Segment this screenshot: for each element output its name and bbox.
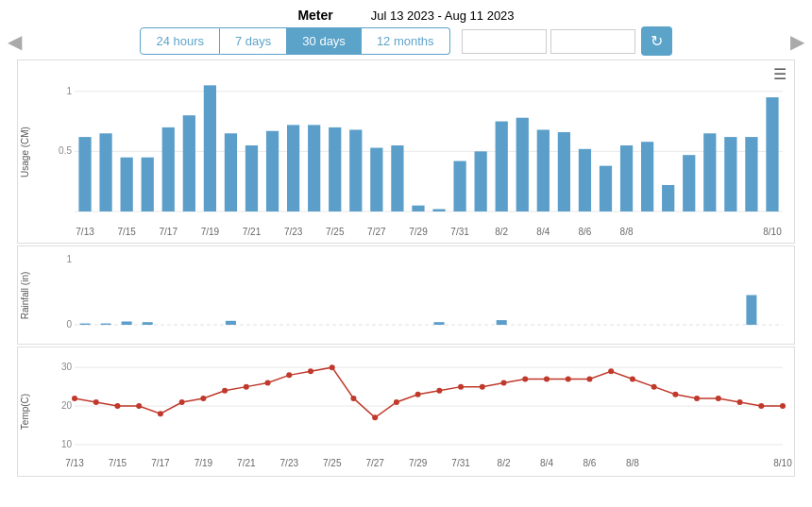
usage-canvas (51, 65, 797, 240)
date-from-input[interactable] (462, 29, 547, 54)
rainfall-canvas (51, 249, 797, 344)
usage-chart: ☰ Usage (CM) (17, 59, 795, 244)
tab-7d[interactable]: 7 days (220, 27, 287, 55)
tab-24h[interactable]: 24 hours (140, 27, 220, 55)
tab-30d[interactable]: 30 days (287, 27, 362, 55)
meter-label: Meter (297, 8, 332, 23)
date-to-input[interactable] (550, 29, 635, 54)
nav-left-button[interactable]: ◀ (8, 30, 22, 53)
date-range: Jul 13 2023 - Aug 11 2023 (371, 8, 515, 23)
refresh-button[interactable]: ↻ (641, 26, 672, 56)
hamburger-menu[interactable]: ☰ (773, 65, 787, 83)
tab-12m[interactable]: 12 months (362, 27, 450, 55)
nav-right-button[interactable]: ▶ (790, 30, 804, 53)
temp-ylabel: Temp(C) (20, 394, 30, 430)
temp-chart: Temp(C) (17, 346, 795, 477)
rainfall-chart: Rainfall (in) (17, 245, 795, 345)
temp-canvas (51, 350, 797, 471)
rainfall-ylabel: Rainfall (in) (20, 271, 30, 319)
usage-ylabel: Usage (CM) (20, 127, 30, 177)
